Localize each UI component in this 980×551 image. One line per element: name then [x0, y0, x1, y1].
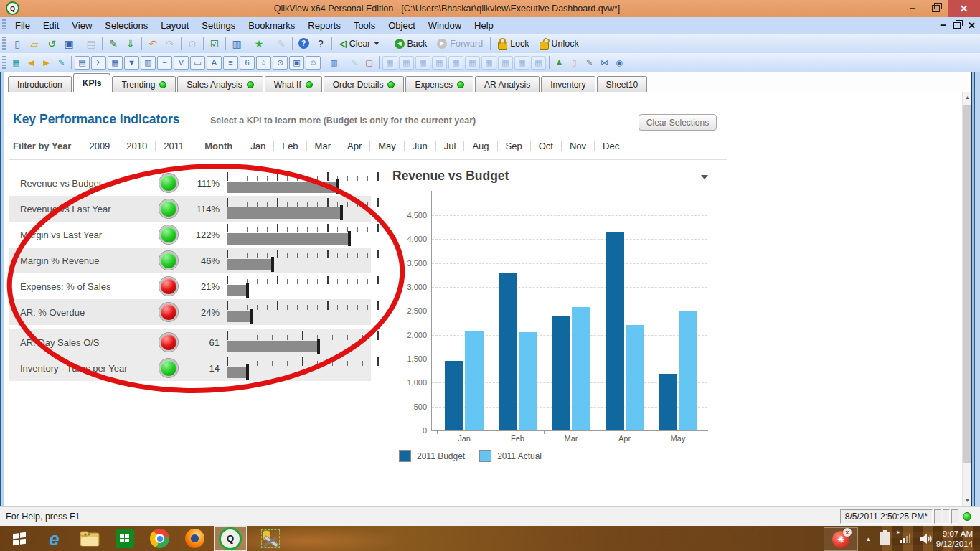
month-may[interactable]: May	[370, 141, 405, 151]
chart-bar-2011-budget[interactable]	[499, 273, 517, 430]
tab-trending[interactable]: Trending	[112, 76, 176, 92]
edit-report-icon[interactable]: ✎	[583, 57, 596, 69]
chart-bar-2011-actual[interactable]	[572, 307, 590, 430]
chart-bar-2011-actual[interactable]	[626, 325, 644, 430]
chart-bar-2011-budget[interactable]	[552, 316, 570, 430]
menu-edit[interactable]: Edit	[37, 17, 65, 34]
undo-icon[interactable]: ↶	[145, 37, 161, 51]
month-oct[interactable]: Oct	[531, 141, 562, 151]
taskbar-explorer-icon[interactable]	[77, 527, 101, 550]
tab-sheet10[interactable]: Sheet10	[597, 76, 648, 92]
space-vertical-icon[interactable]: ▦	[498, 56, 513, 70]
bookmark-object-icon[interactable]: ☆	[256, 56, 271, 70]
tab-inventory[interactable]: Inventory	[541, 76, 595, 92]
context-help-icon[interactable]: ?	[313, 37, 329, 51]
new-report-icon[interactable]: ▯	[567, 57, 581, 69]
year-2010[interactable]: 2010	[118, 141, 156, 151]
add-sheet-object-icon[interactable]: ▦	[9, 57, 23, 69]
align-center-icon[interactable]: ▦	[399, 56, 414, 70]
minimize-button[interactable]: –	[902, 0, 923, 17]
kpi-row-expenses-of-sales[interactable]: Expenses: % of Sales21%	[9, 273, 371, 299]
sheet-vertical-scrollbar[interactable]: ▲ ▼	[962, 92, 971, 506]
chart-bar-2011-actual[interactable]	[465, 331, 484, 430]
container-object-icon[interactable]: ▭	[190, 56, 205, 70]
scroll-down-icon[interactable]: ▼	[963, 495, 972, 506]
taskbar-store-icon[interactable]	[113, 527, 136, 550]
input-box-icon[interactable]: ▣	[289, 56, 304, 70]
menu-tools[interactable]: Tools	[347, 17, 382, 34]
month-apr[interactable]: Apr	[339, 141, 370, 151]
kpi-row-ar-overdue[interactable]: AR: % Overdue24%	[9, 299, 371, 325]
restore-button[interactable]	[923, 0, 948, 17]
scroll-up-icon[interactable]: ▲	[963, 92, 972, 103]
month-nov[interactable]: Nov	[562, 141, 595, 151]
format-painter-icon[interactable]: ✎	[347, 57, 361, 69]
kpi-row-revenue-vs-last-year[interactable]: Revenue vs Last Year114%	[9, 196, 371, 222]
reload-icon[interactable]: ↺	[44, 37, 60, 51]
current-selections-icon[interactable]: ☑	[207, 37, 222, 51]
kpi-row-inventory-turns-per-year[interactable]: Inventory - Turns per Year14	[9, 355, 371, 381]
tab-expenses[interactable]: Expenses	[405, 76, 473, 92]
menu-selections[interactable]: Selections	[98, 17, 154, 34]
adjust-top-icon[interactable]: ▦	[531, 56, 546, 70]
line-object-icon[interactable]: −	[157, 56, 172, 70]
multi-box-icon[interactable]: ▼	[124, 56, 139, 70]
legend-item-2011-budget[interactable]: 2011 Budget	[399, 450, 465, 462]
menu-help[interactable]: Help	[468, 17, 500, 34]
crop-icon[interactable]: ▢	[362, 57, 376, 69]
listbox-icon[interactable]: ▤	[75, 56, 90, 70]
kpi-row-margin-vs-last-year[interactable]: Margin vs Last Year122%	[9, 222, 371, 248]
show-desktop-button[interactable]	[976, 526, 980, 551]
forward-button[interactable]: ▶Forward	[432, 39, 488, 49]
custom-object-icon[interactable]: ☺	[306, 56, 321, 70]
space-horizontal-icon[interactable]: ▦	[481, 56, 496, 70]
chart-bar-2011-actual[interactable]	[519, 332, 537, 430]
taskbar-chrome-icon[interactable]	[148, 527, 171, 550]
menu-settings[interactable]: Settings	[195, 17, 242, 34]
chart-bar-2011-budget[interactable]	[606, 232, 624, 430]
clear-selections-button[interactable]: Clear Selections	[639, 114, 717, 131]
search-object-icon[interactable]: ⊙	[273, 56, 288, 70]
month-mar[interactable]: Mar	[307, 141, 339, 151]
promote-sheet-icon[interactable]: ◀	[24, 57, 38, 69]
tray-expand-icon[interactable]: ▴	[867, 535, 870, 542]
notes-icon[interactable]: ✎	[273, 37, 289, 51]
taskbar-qlikview-button-active[interactable]: Q	[214, 526, 247, 551]
align-left-icon[interactable]: ▦	[382, 56, 397, 70]
taskbar-tools-icon[interactable]	[258, 527, 282, 550]
edit-script-icon[interactable]: ✎	[105, 37, 121, 51]
month-sep[interactable]: Sep	[498, 141, 531, 151]
tab-order-details[interactable]: Order Details	[324, 76, 405, 92]
month-dec[interactable]: Dec	[595, 141, 627, 151]
lock-button[interactable]: Lock	[493, 38, 534, 50]
align-right-icon[interactable]: ▦	[415, 56, 430, 70]
adjust-left-icon[interactable]: ▦	[514, 56, 529, 70]
tab-ar-analysis[interactable]: AR Analysis	[475, 76, 540, 92]
menu-window[interactable]: Window	[422, 17, 468, 34]
align-bottom-icon[interactable]: ▦	[465, 56, 480, 70]
align-middle-icon[interactable]: ▦	[448, 56, 463, 70]
kpi-row-revenue-vs-budget[interactable]: Revenue vs Budget111%	[9, 170, 371, 196]
text-object-icon[interactable]: A	[207, 56, 222, 70]
help-icon[interactable]: ?	[296, 37, 311, 51]
scrollbar-thumb[interactable]	[963, 105, 971, 463]
tab-sales-analysis[interactable]: Sales Analysis	[177, 76, 263, 92]
kpi-row-ar-day-sales-o-s[interactable]: AR: Day Sales O/S61	[9, 329, 371, 355]
align-top-icon[interactable]: ▦	[432, 56, 447, 70]
taskbar-ie-icon[interactable]: e	[42, 527, 66, 550]
menu-file[interactable]: File	[9, 17, 37, 34]
demote-sheet-icon[interactable]: ▶	[39, 57, 53, 69]
volume-icon[interactable]	[920, 534, 933, 544]
start-button[interactable]	[7, 527, 31, 550]
export-icon[interactable]: ⇓	[123, 37, 138, 51]
menu-bookmarks[interactable]: Bookmarks	[242, 17, 301, 34]
back-button[interactable]: ◀Back	[390, 39, 433, 49]
chart-wizard-icon[interactable]: ▥	[327, 57, 341, 69]
chart-bar-2011-actual[interactable]	[679, 311, 697, 430]
mdi-close-button[interactable]: ✕	[968, 20, 976, 31]
open-file-icon[interactable]: ▱	[27, 37, 42, 51]
print-icon[interactable]: ▤	[83, 37, 99, 51]
chart-object-icon[interactable]: ▥	[141, 56, 156, 70]
current-selections-box-icon[interactable]: ≡	[223, 56, 238, 70]
taskbar-firefox-icon[interactable]	[183, 527, 207, 550]
